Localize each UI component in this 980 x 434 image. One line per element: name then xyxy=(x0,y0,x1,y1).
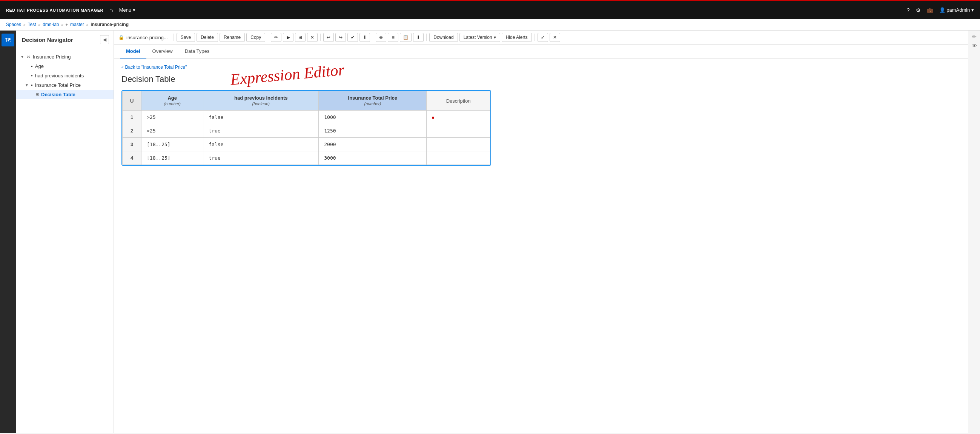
cell-incidents-2[interactable]: true xyxy=(203,124,319,138)
edit-right-icon[interactable]: ✏ xyxy=(972,34,977,40)
toolbar: 🔒 insurance-pricing... Save Delete Renam… xyxy=(114,30,968,45)
col-header-u: U xyxy=(123,91,142,110)
cell-desc-1[interactable] xyxy=(426,110,490,124)
breadcrumb-test[interactable]: Test xyxy=(28,22,36,27)
cell-age-4[interactable]: [18..25] xyxy=(142,152,203,165)
close-editor-button[interactable]: ✕ xyxy=(550,33,560,42)
delete-button[interactable]: Delete xyxy=(197,33,218,42)
col-header-description: Description xyxy=(426,91,490,110)
cell-price-2[interactable]: 1250 xyxy=(319,124,426,138)
copy2-button[interactable]: ⊕ xyxy=(376,33,386,42)
chevron-down-icon: ▾ xyxy=(133,7,135,13)
table-row: 2 >25 true 1250 xyxy=(123,124,490,138)
breadcrumb-master[interactable]: master xyxy=(70,22,84,27)
decision-table-wrapper: U Age (number) had previous incidents (b… xyxy=(121,90,491,166)
tab-model[interactable]: Model xyxy=(120,45,146,59)
row-num-4: 4 xyxy=(123,152,142,165)
sidebar-item-insurance-total-price[interactable]: ▼ ● Insurance Total Price xyxy=(16,80,113,90)
cell-price-1[interactable]: 1000 xyxy=(319,110,426,124)
col-header-price[interactable]: Insurance Total Price (number) xyxy=(319,91,426,110)
row-num-1: 1 xyxy=(123,110,142,124)
table-row: 3 [18..25] false 2000 xyxy=(123,138,490,152)
cell-price-3[interactable]: 2000 xyxy=(319,138,426,152)
play-icon-button[interactable]: ▶ xyxy=(283,33,293,42)
top-nav: RED HAT PROCESS AUTOMATION MANAGER ⌂ Men… xyxy=(0,0,980,19)
cell-desc-3[interactable] xyxy=(426,138,490,152)
user-menu[interactable]: 👤 pamAdmin ▾ xyxy=(939,7,974,13)
menu-icon-button[interactable]: ≡ xyxy=(388,33,398,42)
settings-icon[interactable]: ⚙ xyxy=(916,7,921,13)
cell-incidents-4[interactable]: true xyxy=(203,152,319,165)
briefcase-icon[interactable]: 💼 xyxy=(927,7,933,13)
cell-price-4[interactable]: 3000 xyxy=(319,152,426,165)
maximize-button[interactable]: ⤢ xyxy=(538,33,548,42)
row-num-3: 3 xyxy=(123,138,142,152)
col-header-age[interactable]: Age (number) xyxy=(142,91,203,110)
hide-alerts-button[interactable]: Hide Alerts xyxy=(502,33,532,42)
section-title: Decision Table xyxy=(121,74,960,84)
branch-icon: ᚐ xyxy=(66,22,68,27)
cell-age-2[interactable]: >25 xyxy=(142,124,203,138)
sidebar-toggle-button[interactable]: ◀ xyxy=(100,35,109,44)
sidebar-tree: ▼ ⋈ Insurance Pricing ● Age ● had previo… xyxy=(16,49,113,433)
validate-button[interactable]: ✔ xyxy=(347,33,358,42)
edit-icon-button[interactable]: ✏ xyxy=(271,33,282,42)
table-row: 4 [18..25] true 3000 xyxy=(123,152,490,165)
col-header-incidents[interactable]: had previous incidents (boolean) xyxy=(203,91,319,110)
grid-icon-button[interactable]: ⊞ xyxy=(295,33,305,42)
back-link[interactable]: « Back to "Insurance Total Price" xyxy=(121,65,960,70)
copy-button[interactable]: Copy xyxy=(246,33,265,42)
download-small-button[interactable]: ⬇ xyxy=(360,33,370,42)
row-num-2: 2 xyxy=(123,124,142,138)
breadcrumb-spaces[interactable]: Spaces xyxy=(6,22,21,27)
sidebar-item-decision-table[interactable]: ⊞ Decision Table xyxy=(16,90,113,99)
redo-button[interactable]: ↪ xyxy=(335,33,346,42)
sidebar-item-had-previous-incidents[interactable]: ● had previous incidents xyxy=(16,71,113,80)
cell-age-1[interactable]: >25 xyxy=(142,110,203,124)
export-button[interactable]: ⬇ xyxy=(413,33,423,42)
nav-icon-map[interactable]: 🗺 xyxy=(2,34,14,46)
breadcrumb-dmn-lab[interactable]: dmn-lab xyxy=(43,22,59,27)
cell-desc-2[interactable] xyxy=(426,124,490,138)
cell-incidents-3[interactable]: false xyxy=(203,138,319,152)
circle-icon: ● xyxy=(31,83,33,87)
lock-icon: 🔒 xyxy=(118,35,124,40)
circle-icon: ● xyxy=(31,74,33,77)
sidebar: Decision Navigator ◀ ▼ ⋈ Insurance Prici… xyxy=(16,30,114,433)
separator xyxy=(320,34,321,41)
sidebar-item-label: Age xyxy=(35,64,44,69)
tab-data-types[interactable]: Data Types xyxy=(179,45,216,59)
separator xyxy=(373,34,373,41)
tab-overview[interactable]: Overview xyxy=(146,45,179,59)
sidebar-item-label: Decision Table xyxy=(41,92,75,97)
circle-icon: ● xyxy=(31,65,33,68)
save-button[interactable]: Save xyxy=(177,33,195,42)
table-row: 1 >25 false 1000 xyxy=(123,110,490,124)
sidebar-icon-bar: 🗺 xyxy=(0,30,16,433)
grid-icon: ⊞ xyxy=(35,92,39,97)
content-area: Expression Editor « Back to "Insurance T… xyxy=(114,59,968,433)
download-button[interactable]: Download xyxy=(429,33,458,42)
separator xyxy=(426,34,426,41)
cell-desc-4[interactable] xyxy=(426,152,490,165)
help-icon[interactable]: ? xyxy=(907,7,910,13)
sidebar-item-age[interactable]: ● Age xyxy=(16,62,113,71)
chevron-down-icon: ▾ xyxy=(494,35,496,40)
breadcrumb-current: insurance-pricing xyxy=(91,22,129,27)
close-icon-button[interactable]: ✕ xyxy=(307,33,318,42)
sidebar-item-label: Insurance Total Price xyxy=(35,82,81,88)
undo-button[interactable]: ↩ xyxy=(323,33,334,42)
sidebar-item-label: Insurance Pricing xyxy=(33,54,70,60)
home-icon[interactable]: ⌂ xyxy=(110,7,113,14)
menu-button[interactable]: Menu ▾ xyxy=(119,7,136,13)
eye-icon[interactable]: 👁 xyxy=(972,43,977,49)
clipboard-button[interactable]: 📋 xyxy=(400,33,412,42)
latest-version-button[interactable]: Latest Version ▾ xyxy=(460,33,500,42)
cell-incidents-1[interactable]: false xyxy=(203,110,319,124)
right-panel: ✏ 👁 xyxy=(968,30,980,433)
editor-area: 🔒 insurance-pricing... Save Delete Renam… xyxy=(114,30,968,433)
filename-display: 🔒 insurance-pricing... xyxy=(118,35,168,40)
rename-button[interactable]: Rename xyxy=(220,33,245,42)
sidebar-item-insurance-pricing[interactable]: ▼ ⋈ Insurance Pricing xyxy=(16,52,113,62)
cell-age-3[interactable]: [18..25] xyxy=(142,138,203,152)
